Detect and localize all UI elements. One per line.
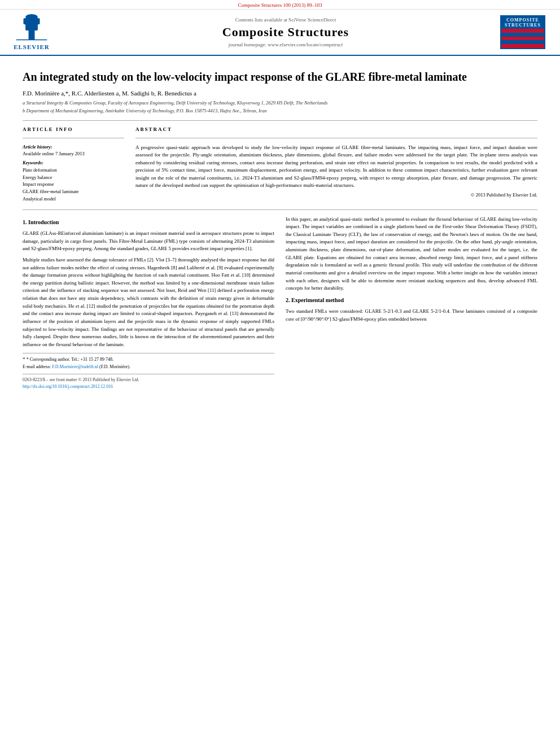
keyword-1: Plate deformation: [23, 167, 124, 174]
copyright-line: © 2013 Published by Elsevier Ltd.: [135, 192, 537, 198]
history-value: Available online 7 January 2013: [23, 151, 124, 156]
keyword-3: Impact response: [23, 181, 124, 188]
stripe-blue: [501, 33, 544, 37]
body-columns: 1. Introduction GLARE (GLAss-REinforced …: [23, 216, 537, 391]
stripe-blue2: [501, 40, 544, 44]
journal-title: Composite Structures: [77, 25, 495, 40]
article-info-abstract: ARTICLE INFO Article history: Available …: [23, 126, 537, 203]
journal-homepage: journal homepage: www.elsevier.com/locat…: [77, 42, 495, 47]
svg-point-3: [25, 14, 38, 20]
keyword-4: GLARE fibre-metal laminate: [23, 188, 124, 195]
body-col-left: 1. Introduction GLARE (GLAss-REinforced …: [23, 216, 274, 391]
journal-logo-area: COMPOSITESTRUCTURES: [495, 15, 551, 49]
divider-2: [23, 209, 537, 210]
svg-rect-0: [29, 29, 35, 40]
journal-header-center: Contents lists available at SciVerse Sci…: [77, 17, 495, 47]
main-content: An integrated study on the low-velocity …: [0, 56, 560, 399]
abstract-text: A progressive quasi-static approach was …: [135, 144, 537, 190]
journal-ref: Composite Structures 100 (2013) 89–103: [238, 2, 322, 8]
keyword-2: Energy balance: [23, 174, 124, 181]
section-experimental-heading: 2. Experimental method: [286, 296, 537, 305]
experimental-para-1: Two standard FMLs were considered: GLARE…: [286, 308, 537, 323]
article-info-section: ARTICLE INFO Article history: Available …: [23, 126, 124, 203]
section-intro-heading: 1. Introduction: [23, 218, 274, 227]
divider-1: [23, 120, 537, 121]
footnote-star-line: * * Corresponding author. Tel.: +31 15 2…: [23, 356, 274, 364]
history-label: Article history:: [23, 144, 124, 150]
article-info-title: ARTICLE INFO: [23, 126, 124, 132]
divider-abstract: [135, 138, 537, 138]
sciverse-line: Contents lists available at SciVerse Sci…: [77, 17, 495, 23]
stripe-red: [501, 29, 544, 33]
article-title: An integrated study on the low-velocity …: [23, 69, 537, 84]
keywords-label: Keywords:: [23, 160, 124, 165]
elsevier-logo-area: ELSEVIER: [9, 14, 77, 50]
intro-para-3: In this paper, an analytical quasi-stati…: [286, 216, 537, 292]
affiliation-a: a Structural Integrity & Composites Grou…: [23, 100, 537, 107]
elsevier-logo: ELSEVIER: [9, 14, 54, 50]
journal-logo-text: COMPOSITESTRUCTURES: [501, 16, 544, 29]
journal-ref-bar: Composite Structures 100 (2013) 89–103: [0, 0, 560, 10]
abstract-title: ABSTRACT: [135, 126, 537, 132]
author-email[interactable]: F.D.Moriniere@tudelft.nl: [52, 364, 98, 369]
body-col-right: In this paper, an analytical quasi-stati…: [286, 216, 537, 391]
abstract-section: ABSTRACT A progressive quasi-static appr…: [135, 126, 537, 203]
elsevier-brand-label: ELSEVIER: [14, 43, 50, 50]
intro-para-1: GLARE (GLAss-REinforced aluminium lamina…: [23, 230, 274, 253]
keyword-5: Analytical model: [23, 195, 124, 203]
footnote-email-line: E-mail address: F.D.Moriniere@tudelft.nl…: [23, 364, 274, 370]
bottom-bar: 0263-8223/$ – see front matter © 2013 Pu…: [23, 374, 274, 390]
svg-rect-1: [25, 23, 38, 30]
bottom-bar-2[interactable]: http://dx.doi.org/10.1016/j.compstruct.2…: [23, 383, 274, 390]
affiliation-b: b Department of Mechanical Engineering, …: [23, 108, 537, 115]
divider-info: [23, 138, 124, 138]
bottom-bar-1: 0263-8223/$ – see front matter © 2013 Pu…: [23, 377, 274, 383]
elsevier-tree-icon: [9, 14, 54, 42]
journal-header: ELSEVIER Contents lists available at Sci…: [0, 10, 560, 56]
stripe-red2: [501, 37, 544, 41]
journal-logo-stripes: [501, 29, 544, 48]
intro-para-2: Multiple studies have assessed the damag…: [23, 256, 274, 349]
footer-notes: * * Corresponding author. Tel.: +31 15 2…: [23, 353, 274, 370]
stripe-red3: [501, 44, 544, 48]
journal-logo-box: COMPOSITESTRUCTURES: [500, 15, 545, 49]
authors-line: F.D. Morinière a,*, R.C. Alderliesten a,…: [23, 90, 537, 97]
